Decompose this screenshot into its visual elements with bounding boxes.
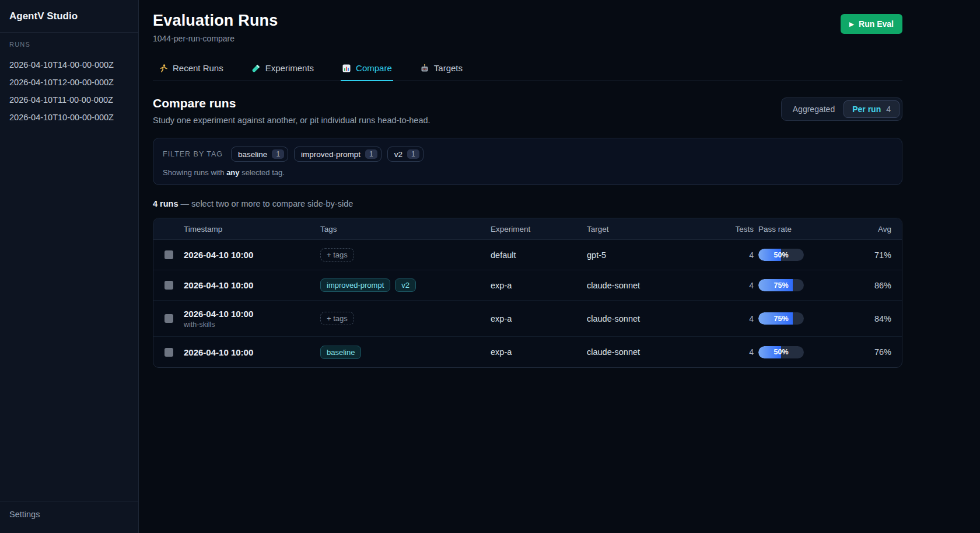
compare-heading: Compare runs xyxy=(153,96,430,110)
filter-tag-improved-prompt[interactable]: improved-prompt 1 xyxy=(294,147,382,162)
pass-rate-label: 50% xyxy=(758,346,804,358)
run-avg: 76% xyxy=(841,347,891,357)
run-tests: 4 xyxy=(718,250,754,260)
run-tests: 4 xyxy=(718,347,754,357)
pass-rate-pill: 50% xyxy=(758,249,804,261)
sidebar-run-item[interactable]: 2026-04-10T10-00-00-000Z xyxy=(9,109,129,126)
row-checkbox[interactable] xyxy=(164,314,173,323)
add-tags-button[interactable]: + tags xyxy=(320,248,354,262)
app-root: AgentV Studio RUNS 2026-04-10T14-00-00-0… xyxy=(0,0,980,533)
tab-label: Recent Runs xyxy=(173,63,223,73)
row-checkbox[interactable] xyxy=(164,281,173,290)
sidebar-run-item[interactable]: 2026-04-10T14-00-00-000Z xyxy=(9,56,129,74)
run-avg: 71% xyxy=(841,250,891,260)
tab-targets[interactable]: Targets xyxy=(419,58,464,81)
run-tests: 4 xyxy=(718,314,754,323)
run-tag[interactable]: improved-prompt xyxy=(320,278,390,292)
col-timestamp: Timestamp xyxy=(184,225,320,234)
view-mode-toggle: Aggregated Per run 4 xyxy=(781,97,902,121)
tag-count-badge: 1 xyxy=(272,149,284,159)
sidebar: AgentV Studio RUNS 2026-04-10T14-00-00-0… xyxy=(0,0,139,533)
tab-compare[interactable]: Compare xyxy=(341,58,393,81)
filter-tag-v2[interactable]: v2 1 xyxy=(387,147,424,162)
play-icon: ▶ xyxy=(849,20,854,28)
page-title: Evaluation Runs xyxy=(153,12,278,30)
col-tags: Tags xyxy=(320,225,491,234)
col-tests: Tests xyxy=(718,225,754,234)
page-subtitle: 1044-per-run-compare xyxy=(153,34,278,43)
filter-by-tag-label: FILTER BY TAG xyxy=(163,150,223,158)
run-tests: 4 xyxy=(718,281,754,290)
pass-rate-pill: 75% xyxy=(758,279,804,291)
filter-tag-baseline[interactable]: baseline 1 xyxy=(231,147,288,162)
compare-section-header: Compare runs Study one experiment agains… xyxy=(153,96,902,125)
col-pass-rate: Pass rate xyxy=(754,225,841,234)
run-avg: 84% xyxy=(841,314,891,323)
run-experiment: exp-a xyxy=(491,314,587,323)
run-subtitle: with-skills xyxy=(184,321,320,329)
tag-count-badge: 1 xyxy=(365,149,377,159)
runner-icon xyxy=(159,64,168,73)
pass-rate-label: 75% xyxy=(758,279,804,291)
pass-rate-pill: 75% xyxy=(758,312,804,325)
bar-chart-icon xyxy=(342,64,351,73)
sidebar-run-item[interactable]: 2026-04-10T11-00-00-000Z xyxy=(9,91,129,109)
filter-note: Showing runs with any selected tag. xyxy=(163,168,892,177)
pass-rate-pill: 50% xyxy=(758,346,804,358)
run-timestamp: 2026-04-10 10:00 xyxy=(184,250,320,260)
tab-label: Experiments xyxy=(265,63,314,73)
run-timestamp: 2026-04-10 10:00 xyxy=(184,280,320,290)
run-experiment: exp-a xyxy=(491,281,587,290)
tab-bar: Recent Runs Experiments Compare xyxy=(153,58,902,81)
table-header-row: Timestamp Tags Experiment Target Tests P… xyxy=(153,218,902,240)
row-checkbox[interactable] xyxy=(164,250,173,259)
run-timestamp: 2026-04-10 10:00 xyxy=(184,309,320,319)
tag-name: v2 xyxy=(394,150,402,159)
run-experiment: default xyxy=(491,250,587,260)
run-tag[interactable]: baseline xyxy=(320,346,361,359)
add-tags-button[interactable]: + tags xyxy=(320,312,354,325)
per-run-label: Per run xyxy=(852,104,881,114)
tag-filter-card: FILTER BY TAG baseline 1 improved-prompt… xyxy=(153,138,902,185)
tab-label: Compare xyxy=(356,63,392,73)
run-target: claude-sonnet xyxy=(587,281,718,290)
table-row[interactable]: 2026-04-10 10:00 improved-prompt v2 exp-… xyxy=(153,270,902,301)
toggle-aggregated[interactable]: Aggregated xyxy=(784,100,844,118)
tag-name: improved-prompt xyxy=(301,150,360,159)
runs-section-label: RUNS xyxy=(9,41,129,48)
runs-summary: 4 runs — select two or more to compare s… xyxy=(153,199,902,208)
compare-description: Study one experiment against another, or… xyxy=(153,116,430,125)
app-title: AgentV Studio xyxy=(0,0,138,33)
run-target: claude-sonnet xyxy=(587,347,718,357)
run-eval-label: Run Eval xyxy=(859,19,894,29)
sidebar-run-item[interactable]: 2026-04-10T12-00-00-000Z xyxy=(9,74,129,91)
run-eval-button[interactable]: ▶ Run Eval xyxy=(841,14,902,34)
test-tube-icon xyxy=(251,64,261,73)
tag-name: baseline xyxy=(238,150,267,159)
run-avg: 86% xyxy=(841,281,891,290)
table-row[interactable]: 2026-04-10 10:00 with-skills + tags exp-… xyxy=(153,301,902,337)
settings-link[interactable]: Settings xyxy=(9,510,129,519)
table-row[interactable]: 2026-04-10 10:00 baseline exp-a claude-s… xyxy=(153,337,902,367)
table-row[interactable]: 2026-04-10 10:00 + tags default gpt-5 4 … xyxy=(153,240,902,270)
col-experiment: Experiment xyxy=(491,225,587,234)
toggle-per-run[interactable]: Per run 4 xyxy=(844,100,900,118)
run-timestamp: 2026-04-10 10:00 xyxy=(184,347,320,357)
run-tag[interactable]: v2 xyxy=(395,278,416,292)
tab-recent-runs[interactable]: Recent Runs xyxy=(158,58,225,81)
col-target: Target xyxy=(587,225,718,234)
tab-label: Targets xyxy=(434,63,463,73)
robot-icon xyxy=(420,64,429,73)
run-target: claude-sonnet xyxy=(587,314,718,323)
pass-rate-label: 75% xyxy=(758,312,804,325)
main-content: Evaluation Runs 1044-per-run-compare ▶ R… xyxy=(139,0,980,533)
run-experiment: exp-a xyxy=(491,347,587,357)
pass-rate-label: 50% xyxy=(758,249,804,261)
sidebar-runs-section: RUNS 2026-04-10T14-00-00-000Z 2026-04-10… xyxy=(0,33,138,134)
row-checkbox[interactable] xyxy=(164,348,173,357)
page-header: Evaluation Runs 1044-per-run-compare ▶ R… xyxy=(153,12,902,43)
runs-table: Timestamp Tags Experiment Target Tests P… xyxy=(153,218,902,368)
tab-experiments[interactable]: Experiments xyxy=(250,58,315,81)
col-avg: Avg xyxy=(841,225,891,234)
tag-count-badge: 1 xyxy=(407,149,419,159)
